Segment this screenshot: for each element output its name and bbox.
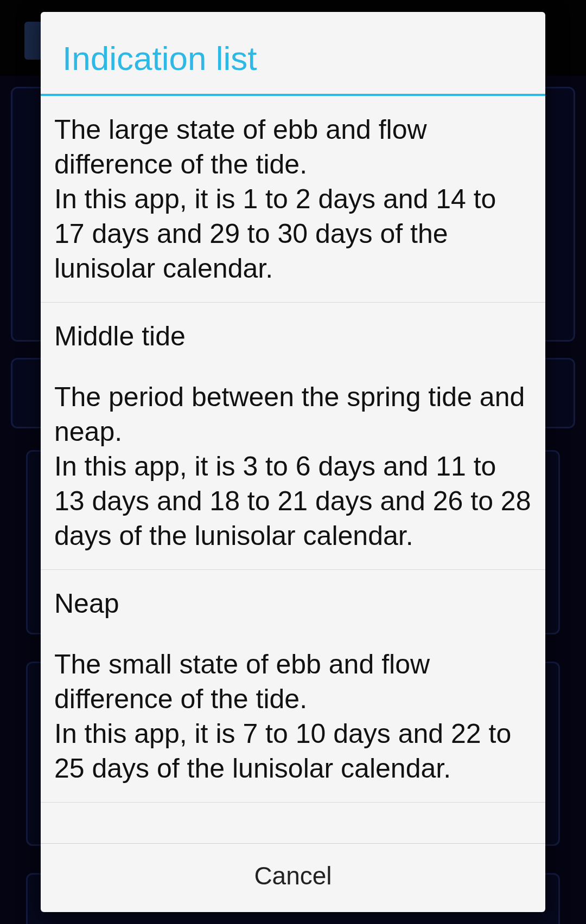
list-item-body: The small state of ebb and flow differen…	[54, 649, 511, 784]
list-item-neap[interactable]: Neap The small state of ebb and flow dif…	[41, 570, 545, 803]
dialog-body[interactable]: The large state of ebb and flow differen…	[41, 96, 545, 843]
list-item-body: The period between the spring tide and n…	[54, 382, 531, 551]
cancel-button[interactable]: Cancel	[41, 843, 545, 912]
list-item-title: Neap	[54, 586, 532, 621]
list-item-title: Middle tide	[54, 319, 532, 354]
list-item-spring-tide[interactable]: The large state of ebb and flow differen…	[41, 96, 545, 303]
dialog-title: Indication list	[41, 12, 545, 96]
list-item-middle-tide[interactable]: Middle tide The period between the sprin…	[41, 303, 545, 570]
indication-list-dialog: Indication list The large state of ebb a…	[41, 12, 545, 912]
list-item-body: The large state of ebb and flow differen…	[54, 114, 496, 284]
